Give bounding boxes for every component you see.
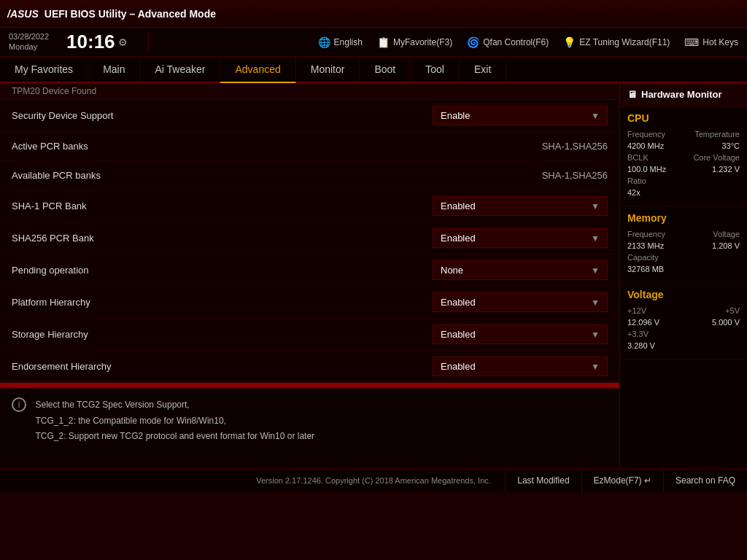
tab-exit[interactable]: Exit bbox=[460, 57, 506, 82]
topbar-eztuning[interactable]: 💡 EZ Tuning Wizard(F11) bbox=[563, 36, 670, 48]
info-line2: TCG_1_2: the Compatible mode for Win8/Wi… bbox=[35, 416, 225, 426]
dropdown-value-pending: None bbox=[441, 265, 585, 276]
hw-row: 100.0 MHz 1.232 V bbox=[627, 165, 740, 174]
row-sha1-pcr-bank[interactable]: SHA-1 PCR Bank Enabled ▼ bbox=[0, 190, 619, 222]
hw-val-5v: 5.000 V bbox=[712, 318, 740, 327]
hw-val-freq: 4200 MHz bbox=[627, 141, 664, 150]
footer-version-text: Version 2.17.1246. Copyright (C) 2018 Am… bbox=[256, 476, 491, 485]
hw-monitor-sidebar: 🖥 Hardware Monitor CPU Frequency Tempera… bbox=[619, 83, 747, 468]
hw-row: BCLK Core Voltage bbox=[627, 153, 740, 162]
hw-voltage-section: Voltage +12V +5V 12.096 V 5.000 V +3.3V … bbox=[620, 283, 747, 359]
hw-cpu-section: CPU Frequency Temperature 4200 MHz 33°C … bbox=[620, 106, 747, 206]
tab-my-favorites[interactable]: My Favorites bbox=[0, 57, 88, 82]
hw-key-bclk: BCLK bbox=[627, 153, 649, 162]
settings-gear-icon[interactable]: ⚙ bbox=[118, 36, 128, 48]
chevron-down-icon: ▼ bbox=[591, 265, 600, 276]
dropdown-value-sha256: Enabled bbox=[441, 233, 585, 244]
row-active-pcr-banks: Active PCR banks SHA-1,SHA256 bbox=[0, 132, 619, 161]
hw-key-mem-voltage: Voltage bbox=[713, 230, 740, 238]
dropdown-sha1-pcr-bank[interactable]: Enabled ▼ bbox=[433, 196, 608, 216]
hw-row: +12V +5V bbox=[627, 306, 740, 315]
hw-row: Frequency Voltage bbox=[627, 230, 740, 238]
topbar-qfan-label: Qfan Control(F6) bbox=[483, 37, 549, 47]
tab-main[interactable]: Main bbox=[88, 57, 140, 82]
hw-row: Capacity bbox=[627, 253, 740, 262]
keyboard-icon: ⌨ bbox=[684, 36, 699, 48]
tab-monitor[interactable]: Monitor bbox=[296, 57, 360, 82]
value-available-pcr-banks: SHA-1,SHA256 bbox=[542, 170, 608, 181]
value-active-pcr-banks: SHA-1,SHA256 bbox=[542, 141, 608, 152]
label-endorsement-hierarchy: Endorsement Hierarchy bbox=[12, 361, 245, 372]
hw-row: 12.096 V 5.000 V bbox=[627, 318, 740, 327]
topbar-myfavorite-label: MyFavorite(F3) bbox=[393, 37, 452, 47]
tab-advanced[interactable]: Advanced bbox=[220, 57, 295, 83]
fan-icon: 🌀 bbox=[467, 36, 479, 48]
topbar-myfavorite[interactable]: 📋 MyFavorite(F3) bbox=[377, 36, 452, 48]
info-area: i Select the TCG2 Spec Version Support, … bbox=[0, 388, 619, 468]
topbar-hotkeys[interactable]: ⌨ Hot Keys bbox=[684, 36, 738, 48]
dropdown-value-storage: Enabled bbox=[441, 329, 585, 340]
chevron-down-icon: ▼ bbox=[591, 111, 600, 121]
label-sha256-pcr-bank: SHA256 PCR Bank bbox=[12, 233, 245, 244]
row-pending-operation[interactable]: Pending operation None ▼ bbox=[0, 254, 619, 287]
chevron-down-icon: ▼ bbox=[591, 330, 600, 340]
row-tpm20-uefi-spec[interactable]: TPM2.0 UEFI Spec Version TCG_2 ▼ bbox=[0, 383, 619, 388]
label-pending-operation: Pending operation bbox=[12, 265, 245, 276]
hw-val-mem-voltage: 1.208 V bbox=[712, 241, 740, 250]
tab-ai-tweaker[interactable]: Ai Tweaker bbox=[140, 57, 220, 82]
label-storage-hierarchy: Storage Hierarchy bbox=[12, 329, 245, 340]
hw-row: +3.3V bbox=[627, 330, 740, 338]
date-display: 03/28/2022 bbox=[9, 32, 49, 42]
hw-val-capacity: 32768 MB bbox=[627, 265, 664, 273]
tab-tool[interactable]: Tool bbox=[411, 57, 460, 82]
ez-mode-button[interactable]: EzMode(F7) ↵ bbox=[581, 469, 663, 491]
hw-memory-section: Memory Frequency Voltage 2133 MHz 1.208 … bbox=[620, 206, 747, 283]
hw-row: 4200 MHz 33°C bbox=[627, 141, 740, 150]
nav-tabs: My Favorites Main Ai Tweaker Advanced Mo… bbox=[0, 57, 747, 83]
hw-key-capacity: Capacity bbox=[627, 253, 659, 262]
topbar-english[interactable]: 🌐 English bbox=[318, 36, 363, 48]
dropdown-value-sha1: Enabled bbox=[441, 201, 585, 211]
settings-list: Security Device Support Enable ▼ Active … bbox=[0, 100, 619, 388]
tab-boot[interactable]: Boot bbox=[360, 57, 411, 82]
breadcrumb: TPM20 Device Found bbox=[0, 83, 619, 100]
row-storage-hierarchy[interactable]: Storage Hierarchy Enabled ▼ bbox=[0, 319, 619, 351]
hw-row: Frequency Temperature bbox=[627, 130, 740, 139]
chevron-down-icon: ▼ bbox=[591, 298, 600, 308]
topbar-hotkeys-label: Hot Keys bbox=[703, 37, 738, 47]
hw-monitor-title-text: Hardware Monitor bbox=[641, 89, 722, 100]
dropdown-sha256-pcr-bank[interactable]: Enabled ▼ bbox=[433, 228, 608, 248]
bulb-icon: 💡 bbox=[563, 36, 576, 48]
clock-display: 10:16 bbox=[66, 31, 115, 53]
row-security-device-support[interactable]: Security Device Support Enable ▼ bbox=[0, 100, 619, 132]
hw-row: 42x bbox=[627, 188, 740, 197]
last-modified-button[interactable]: Last Modified bbox=[505, 469, 581, 491]
info-line3: TCG_2: Support new TCG2 protocol and eve… bbox=[35, 431, 314, 441]
hw-key-5v: +5V bbox=[725, 306, 740, 315]
dropdown-pending-operation[interactable]: None ▼ bbox=[433, 260, 608, 280]
topbar-qfan[interactable]: 🌀 Qfan Control(F6) bbox=[467, 36, 549, 48]
globe-icon: 🌐 bbox=[318, 36, 330, 48]
dropdown-endorsement-hierarchy[interactable]: Enabled ▼ bbox=[433, 357, 608, 376]
label-sha1-pcr-bank: SHA-1 PCR Bank bbox=[12, 201, 245, 211]
row-endorsement-hierarchy[interactable]: Endorsement Hierarchy Enabled ▼ bbox=[0, 351, 619, 383]
bios-title: UEFI BIOS Utility – Advanced Mode bbox=[44, 8, 216, 20]
hw-memory-title: Memory bbox=[627, 212, 740, 224]
dropdown-platform-hierarchy[interactable]: Enabled ▼ bbox=[433, 292, 608, 312]
hw-key-12v: +12V bbox=[627, 306, 646, 315]
dropdown-security-device-support[interactable]: Enable ▼ bbox=[433, 106, 608, 125]
dropdown-storage-hierarchy[interactable]: Enabled ▼ bbox=[433, 324, 608, 344]
hw-val-33v: 3.280 V bbox=[627, 341, 655, 350]
search-faq-button[interactable]: Search on FAQ bbox=[663, 469, 747, 491]
chevron-down-icon: ▼ bbox=[591, 362, 600, 372]
hw-val-mem-freq: 2133 MHz bbox=[627, 241, 664, 250]
row-sha256-pcr-bank[interactable]: SHA256 PCR Bank Enabled ▼ bbox=[0, 222, 619, 254]
topbar-items: 🌐 English 📋 MyFavorite(F3) 🌀 Qfan Contro… bbox=[318, 36, 738, 48]
hw-row: 2133 MHz 1.208 V bbox=[627, 241, 740, 250]
day-display: Monday bbox=[9, 42, 49, 52]
row-platform-hierarchy[interactable]: Platform Hierarchy Enabled ▼ bbox=[0, 287, 619, 319]
hw-val-temp: 33°C bbox=[721, 141, 740, 150]
footer: Version 2.17.1246. Copyright (C) 2018 Am… bbox=[0, 468, 747, 491]
hw-row: 32768 MB bbox=[627, 265, 740, 273]
hw-val-core-voltage: 1.232 V bbox=[712, 165, 740, 174]
